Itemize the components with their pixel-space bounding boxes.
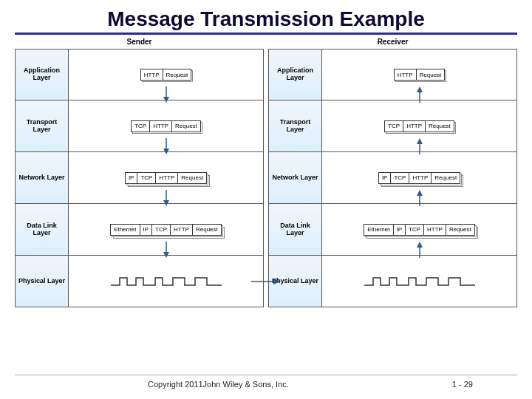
layer-label: Physical Layer xyxy=(16,256,69,307)
receiver-physical-row: Physical Layer xyxy=(268,256,517,307)
packet-segment: HTTP xyxy=(403,121,426,132)
sender-network-row: Network Layer IP TCP HTTP Request xyxy=(15,152,264,204)
arrow-right-icon xyxy=(251,275,281,288)
packet: TCP HTTP Request xyxy=(384,120,454,132)
sender-datalink-row: Data Link Layer Ethernet IP TCP HTTP Req… xyxy=(15,204,264,256)
packet: TCP HTTP Request xyxy=(131,120,201,132)
footer: Copyright 2011John Wiley & Sons, Inc. 1 … xyxy=(15,375,517,389)
layer-label: Network Layer xyxy=(16,152,69,203)
sender-application-row: Application Layer HTTP Request xyxy=(15,49,264,100)
packet-segment: Request xyxy=(432,173,460,183)
packet-segment: Request xyxy=(417,69,445,80)
packet-segment: Request xyxy=(426,121,454,132)
packet-segment: IP xyxy=(379,173,392,183)
packet-stack: TCP HTTP Request xyxy=(131,120,201,132)
signal-icon xyxy=(111,274,222,289)
packet: Ethernet IP TCP HTTP Request xyxy=(110,224,222,236)
packet-segment: Request xyxy=(446,225,474,235)
packet-stack: TCP HTTP Request xyxy=(384,120,454,132)
packet-segment: Ethernet xyxy=(364,225,393,235)
receiver-column: Receiver Application Layer HTTP Request xyxy=(268,36,517,307)
packet: HTTP Request xyxy=(394,69,446,81)
packet-stack: HTTP Request xyxy=(394,69,446,81)
sender-column: Sender Application Layer HTTP Request xyxy=(15,36,264,307)
layer-label: Data Link Layer xyxy=(16,204,69,255)
signal-icon xyxy=(364,274,475,289)
layer-label: Transport Layer xyxy=(16,100,69,151)
packet-segment: TCP xyxy=(406,225,424,235)
packet: IP TCP HTTP Request xyxy=(378,172,460,184)
packet-segment: Request xyxy=(172,121,200,132)
packet: HTTP Request xyxy=(140,69,192,81)
packet-segment: IP xyxy=(140,225,153,235)
slide-title: Message Transmission Example xyxy=(15,7,517,35)
layer-label: Transport Layer xyxy=(269,100,322,151)
receiver-transport-row: Transport Layer TCP HTTP Request xyxy=(268,100,517,152)
packet-segment: HTTP xyxy=(409,173,432,183)
copyright-text: Copyright 2011John Wiley & Sons, Inc. xyxy=(148,380,289,389)
packet-stack: HTTP Request xyxy=(140,69,192,81)
packet-stack: Ethernet IP TCP HTTP Request xyxy=(364,224,475,236)
layer-label: Data Link Layer xyxy=(269,204,322,255)
diagram: Sender Application Layer HTTP Request xyxy=(15,36,517,307)
receiver-application-row: Application Layer HTTP Request xyxy=(268,49,517,100)
packet-segment: HTTP xyxy=(171,225,193,235)
packet-segment: TCP xyxy=(137,173,156,183)
packet-segment: TCP xyxy=(385,121,403,132)
page-number: 1 - 29 xyxy=(452,380,473,389)
packet-stack: IP TCP HTTP Request xyxy=(125,172,207,184)
packet-segment: TCP xyxy=(132,121,150,132)
sender-header: Sender xyxy=(15,36,264,49)
receiver-header: Receiver xyxy=(268,36,517,49)
layer-label: Application Layer xyxy=(16,50,69,100)
receiver-datalink-row: Data Link Layer Ethernet IP TCP HTTP Req… xyxy=(268,204,517,256)
packet-segment: Request xyxy=(193,225,221,235)
packet-segment: HTTP xyxy=(141,69,163,80)
packet-segment: IP xyxy=(394,225,406,235)
sender-physical-row: Physical Layer xyxy=(15,256,264,307)
packet-segment: TCP xyxy=(391,173,409,183)
packet-stack: IP TCP HTTP Request xyxy=(378,172,460,184)
packet-segment: TCP xyxy=(152,225,171,235)
svg-marker-9 xyxy=(273,279,281,284)
packet-stack: Ethernet IP TCP HTTP Request xyxy=(110,224,222,236)
packet-segment: Request xyxy=(163,69,191,80)
packet-segment: IP xyxy=(126,173,138,183)
packet: Ethernet IP TCP HTTP Request xyxy=(364,224,475,236)
receiver-network-row: Network Layer IP TCP HTTP Request xyxy=(268,152,517,204)
packet-segment: HTTP xyxy=(424,225,446,235)
packet-segment: Request xyxy=(178,173,206,183)
layer-label: Network Layer xyxy=(269,152,322,203)
layer-label: Application Layer xyxy=(269,50,322,100)
packet: IP TCP HTTP Request xyxy=(125,172,207,184)
sender-transport-row: Transport Layer TCP HTTP Request xyxy=(15,100,264,152)
packet-segment: Ethernet xyxy=(111,225,140,235)
packet-segment: HTTP xyxy=(156,173,178,183)
packet-segment: HTTP xyxy=(395,69,417,80)
packet-segment: HTTP xyxy=(150,121,172,132)
